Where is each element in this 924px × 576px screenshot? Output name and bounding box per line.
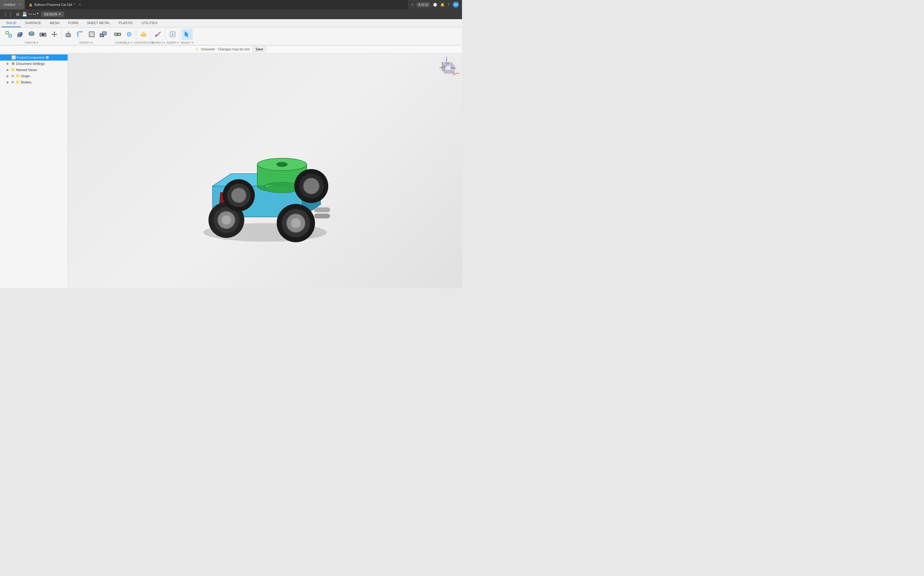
inspect-group: INSPECT ▾ xyxy=(151,29,165,40)
svg-point-78 xyxy=(231,188,246,203)
tree-expand-origin[interactable]: ▶ xyxy=(6,74,10,78)
viewport[interactable]: Z X TOP FRONT RIGHT xyxy=(68,53,462,288)
tree-expand-bodies[interactable]: ▶ xyxy=(6,81,10,84)
fillet-button[interactable] xyxy=(75,29,86,40)
svg-point-71 xyxy=(222,215,231,225)
history-dropdown[interactable]: ▼ xyxy=(37,12,39,16)
folder-icon: 📁 xyxy=(11,68,16,72)
fusion-component-label: FusionComponent xyxy=(17,56,45,59)
svg-rect-25 xyxy=(118,33,121,35)
tree-item-document-settings[interactable]: ▶ ⚙ Document Settings xyxy=(0,61,68,67)
file-menu-icon[interactable]: ▤ xyxy=(16,11,20,17)
component-dot xyxy=(46,56,49,59)
tab-plastic[interactable]: PLASTIC xyxy=(115,19,137,27)
component-icon: ⬜ xyxy=(11,55,16,60)
title-bar: Untitled × 🔒 Balloon Powered Car.f3d * ×… xyxy=(0,0,462,9)
insert-label: INSERT ▾ xyxy=(166,41,179,44)
measure-button[interactable] xyxy=(153,29,164,40)
svg-marker-37 xyxy=(185,32,188,37)
tree-expand-views[interactable]: ▶ xyxy=(6,68,10,71)
as-built-joint-button[interactable] xyxy=(123,29,135,40)
named-views-label: Named Views xyxy=(16,68,37,72)
new-component-button[interactable] xyxy=(3,29,14,40)
untitled-tab-label: Untitled xyxy=(4,3,15,6)
inspect-label: INSPECT ▾ xyxy=(151,41,165,44)
help-icon[interactable]: ? xyxy=(448,3,450,6)
save-button[interactable]: Save xyxy=(252,46,267,52)
hole-button[interactable] xyxy=(37,29,48,40)
avatar: NS xyxy=(453,2,459,8)
press-pull-button[interactable] xyxy=(63,29,74,40)
origin-folder-icon: 📁 xyxy=(16,74,21,78)
svg-rect-20 xyxy=(89,32,94,37)
balloon-tab-close[interactable]: × xyxy=(79,2,81,7)
insert-group: INSERT ▾ xyxy=(166,29,180,40)
svg-line-41 xyxy=(453,73,457,75)
untitled-tab-close[interactable]: × xyxy=(19,2,21,7)
tab-sheet-metal[interactable]: SHEET METAL xyxy=(83,19,114,27)
visibility-fusion[interactable]: 👁 xyxy=(6,56,11,59)
select-group: SELECT ▾ xyxy=(180,29,194,40)
svg-point-8 xyxy=(29,32,34,34)
tree-expand-fusion[interactable]: ◀ xyxy=(1,56,6,59)
tab-utilities[interactable]: UTILITIES xyxy=(137,19,161,27)
new-tab-button[interactable]: + xyxy=(411,2,413,7)
tab-form[interactable]: FORM xyxy=(64,19,83,27)
tab-mesh[interactable]: MESH xyxy=(45,19,64,27)
undo-button[interactable]: ↩ xyxy=(29,12,32,16)
svg-text:TOP: TOP xyxy=(445,63,450,65)
view-cube[interactable]: Z X TOP FRONT RIGHT xyxy=(434,56,459,81)
tab-strip: SOLID SURFACE MESH FORM SHEET METAL PLAS… xyxy=(0,19,462,27)
main-layout: ◀ 👁 ⬜ FusionComponent ▶ ⚙ Document Setti… xyxy=(0,53,462,288)
tree-item-bodies[interactable]: ▶ 👁 📁 Bodies xyxy=(0,79,68,85)
svg-point-10 xyxy=(42,34,44,35)
svg-marker-39 xyxy=(446,58,447,60)
svg-rect-4 xyxy=(18,34,21,37)
tree-item-origin[interactable]: ▶ 👁 📁 Origin xyxy=(0,73,68,79)
svg-marker-15 xyxy=(51,34,53,35)
modify-label: MODIFY ▾ xyxy=(79,41,93,44)
extrude-button[interactable] xyxy=(14,29,26,40)
insert-button[interactable] xyxy=(167,29,178,40)
notification-icon[interactable]: 🔔 xyxy=(440,3,445,7)
create-label: CREATE ▾ xyxy=(25,41,38,44)
tab-solid[interactable]: SOLID xyxy=(2,19,21,27)
tab-surface[interactable]: SURFACE xyxy=(21,19,45,27)
app-menu-icon[interactable]: ⋮⋮ xyxy=(2,11,14,18)
svg-rect-23 xyxy=(102,32,106,35)
shell-button[interactable] xyxy=(86,29,97,40)
svg-marker-14 xyxy=(54,36,55,37)
tree-item-named-views[interactable]: ▶ 📁 Named Views xyxy=(0,67,68,73)
tab-untitled[interactable]: Untitled × xyxy=(0,0,25,9)
tree-expand-doc[interactable]: ▶ xyxy=(6,62,10,65)
combine-button[interactable] xyxy=(97,29,109,40)
unsaved-message: Changes may be lost xyxy=(218,47,249,51)
move-button[interactable] xyxy=(49,29,60,40)
select-label: SELECT ▾ xyxy=(181,41,194,44)
svg-rect-0 xyxy=(6,32,8,34)
joint-button[interactable] xyxy=(112,29,123,40)
offset-plane-button[interactable] xyxy=(138,29,149,40)
lock-icon: 🔒 xyxy=(29,3,32,6)
svg-marker-13 xyxy=(54,32,55,33)
tab-balloon[interactable]: 🔒 Balloon Powered Car.f3d * × xyxy=(25,0,408,9)
create-group: CREATE ▾ xyxy=(2,29,61,40)
visibility-origin[interactable]: 👁 xyxy=(11,74,15,78)
visibility-bodies[interactable]: 👁 xyxy=(11,80,15,84)
svg-marker-16 xyxy=(56,34,57,35)
redo-button[interactable]: ↪ xyxy=(33,12,36,16)
revolve-button[interactable] xyxy=(26,29,37,40)
tree-item-fusion-component[interactable]: ◀ 👁 ⬜ FusionComponent xyxy=(0,54,68,61)
title-bar-right: + 8 of 10 🕐 🔔 ? NS xyxy=(408,2,462,8)
unsaved-label: Unsaved: xyxy=(201,47,215,51)
settings-icon: ⚙ xyxy=(11,61,16,66)
select-button[interactable] xyxy=(182,29,193,40)
car-3d-model xyxy=(172,99,357,248)
svg-rect-56 xyxy=(314,208,330,212)
save-icon[interactable]: 💾 xyxy=(22,12,27,17)
assemble-label: ASSEMBLE ▾ xyxy=(115,41,132,44)
design-mode-button[interactable]: DESIGN ▼ xyxy=(41,11,64,17)
document-settings-label: Document Settings xyxy=(16,62,45,66)
svg-marker-36 xyxy=(172,34,174,35)
undo-redo-group: ↩ ↪ ▼ xyxy=(29,12,39,16)
